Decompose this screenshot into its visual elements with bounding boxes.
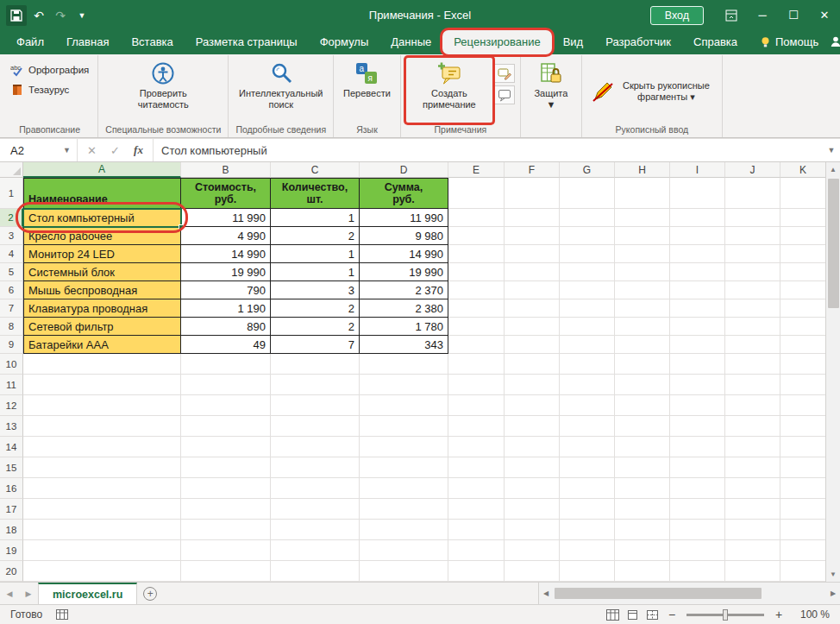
tab-page-layout[interactable]: Разметка страницы	[185, 30, 309, 54]
cell-I16[interactable]	[670, 478, 725, 499]
cell-C20[interactable]	[271, 561, 360, 582]
cell-B3[interactable]: 4 990	[181, 227, 271, 245]
row-header-18[interactable]: 18	[0, 520, 23, 540]
new-sheet-button[interactable]: +	[137, 583, 163, 604]
cell-F3[interactable]	[505, 227, 560, 245]
cell-J18[interactable]	[725, 520, 780, 540]
cell-D20[interactable]	[360, 561, 448, 582]
cell-J13[interactable]	[725, 416, 780, 437]
formula-bar-expand-icon[interactable]: ▼	[823, 139, 840, 161]
cell-J1[interactable]	[725, 178, 780, 209]
cell-G12[interactable]	[560, 395, 615, 416]
cell-G10[interactable]	[560, 354, 615, 375]
cell-J20[interactable]	[725, 561, 780, 582]
cell-I20[interactable]	[670, 561, 725, 582]
cell-I2[interactable]	[670, 209, 725, 227]
cell-D19[interactable]	[360, 540, 448, 561]
row-header-8[interactable]: 8	[0, 318, 23, 336]
row-header-9[interactable]: 9	[0, 336, 23, 354]
vertical-scrollbar[interactable]: ▲ ▼	[825, 162, 840, 582]
cell-G2[interactable]	[560, 209, 615, 227]
cell-K13[interactable]	[780, 416, 825, 437]
page-layout-view-icon[interactable]	[626, 609, 639, 621]
cell-C17[interactable]	[271, 499, 360, 520]
cell-I18[interactable]	[670, 520, 725, 540]
column-header-c[interactable]: C	[271, 162, 360, 178]
cell-H8[interactable]	[615, 318, 670, 336]
cell-A6[interactable]: Мышь беспроводная	[23, 281, 181, 299]
redo-button[interactable]: ↷	[51, 6, 70, 25]
share-button[interactable]: Поделиться	[830, 30, 840, 54]
undo-button[interactable]: ↶	[29, 6, 48, 25]
cell-H15[interactable]	[615, 457, 670, 478]
normal-view-icon[interactable]	[606, 609, 619, 621]
cell-A9[interactable]: Батарейки AAA	[23, 336, 181, 354]
cell-D10[interactable]	[360, 354, 448, 375]
cell-H10[interactable]	[615, 354, 670, 375]
cell-B10[interactable]	[181, 354, 271, 375]
cell-H20[interactable]	[615, 561, 670, 582]
cell-K10[interactable]	[780, 354, 825, 375]
row-header-16[interactable]: 16	[0, 478, 23, 499]
close-button[interactable]: ✕	[809, 0, 840, 30]
cell-J2[interactable]	[725, 209, 780, 227]
cell-K5[interactable]	[780, 263, 825, 281]
cell-H19[interactable]	[615, 540, 670, 561]
cell-E19[interactable]	[448, 540, 505, 561]
cell-G3[interactable]	[560, 227, 615, 245]
cell-K9[interactable]	[780, 336, 825, 354]
zoom-level[interactable]: 100 %	[792, 608, 830, 621]
cell-I10[interactable]	[670, 354, 725, 375]
cell-C16[interactable]	[271, 478, 360, 499]
cell-A18[interactable]	[23, 520, 181, 540]
cell-G9[interactable]	[560, 336, 615, 354]
cell-F1[interactable]	[505, 178, 560, 209]
enter-formula-icon[interactable]: ✓	[103, 144, 127, 157]
column-header-h[interactable]: H	[615, 162, 670, 178]
formula-input[interactable]: Стол компьютерный	[154, 139, 823, 161]
cell-G16[interactable]	[560, 478, 615, 499]
cell-H3[interactable]	[615, 227, 670, 245]
column-header-j[interactable]: J	[725, 162, 780, 178]
name-box-dropdown-icon[interactable]: ▼	[63, 146, 77, 154]
cell-A11[interactable]	[23, 375, 181, 395]
cell-D11[interactable]	[360, 375, 448, 395]
cell-H9[interactable]	[615, 336, 670, 354]
cell-C10[interactable]	[271, 354, 360, 375]
cell-E16[interactable]	[448, 478, 505, 499]
cell-I6[interactable]	[670, 281, 725, 299]
cell-J9[interactable]	[725, 336, 780, 354]
cell-G5[interactable]	[560, 263, 615, 281]
cell-A7[interactable]: Клавиатура проводная	[23, 299, 181, 318]
tab-view[interactable]: Вид	[552, 30, 595, 54]
cell-J4[interactable]	[725, 245, 780, 263]
cell-K19[interactable]	[780, 540, 825, 561]
cell-B2[interactable]: 11 990	[181, 209, 271, 227]
cell-D15[interactable]	[360, 457, 448, 478]
cell-H4[interactable]	[615, 245, 670, 263]
select-all-corner[interactable]	[0, 162, 23, 178]
cell-K18[interactable]	[780, 520, 825, 540]
save-button[interactable]	[6, 5, 27, 26]
cell-A16[interactable]	[23, 478, 181, 499]
cell-K6[interactable]	[780, 281, 825, 299]
cell-E20[interactable]	[448, 561, 505, 582]
cell-I17[interactable]	[670, 499, 725, 520]
row-header-2[interactable]: 2	[0, 209, 23, 227]
cell-C4[interactable]: 1	[271, 245, 360, 263]
column-header-d[interactable]: D	[360, 162, 448, 178]
cell-E10[interactable]	[448, 354, 505, 375]
cell-C14[interactable]	[271, 437, 360, 457]
cell-D6[interactable]: 2 370	[360, 281, 448, 299]
cell-K15[interactable]	[780, 457, 825, 478]
cell-G7[interactable]	[560, 299, 615, 318]
row-header-15[interactable]: 15	[0, 457, 23, 478]
column-header-b[interactable]: B	[181, 162, 271, 178]
cell-I1[interactable]	[670, 178, 725, 209]
cell-B6[interactable]: 790	[181, 281, 271, 299]
cell-A20[interactable]	[23, 561, 181, 582]
cell-F7[interactable]	[505, 299, 560, 318]
cell-B13[interactable]	[181, 416, 271, 437]
cell-F17[interactable]	[505, 499, 560, 520]
tab-data[interactable]: Данные	[379, 30, 442, 54]
